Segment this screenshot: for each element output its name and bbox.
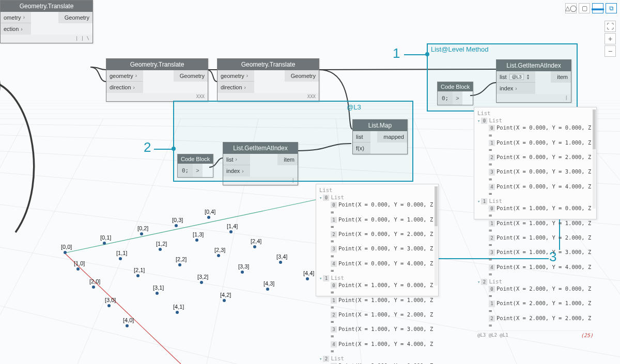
port-geometry[interactable]: geometry› <box>218 70 254 82</box>
node-title: Code Block <box>178 154 213 164</box>
geometry-view-button[interactable]: △◯ <box>565 3 577 13</box>
port-out[interactable]: > <box>453 91 462 105</box>
port-out-item[interactable]: item <box>551 71 571 83</box>
grid-point-dot[interactable] <box>306 277 309 280</box>
grid-point-dot[interactable] <box>119 257 122 260</box>
tri-icon[interactable]: ▾ <box>319 195 322 200</box>
preview-levels: @L3 @L2 @L1 <box>477 332 508 339</box>
grid-point-dot[interactable] <box>156 292 159 295</box>
level-badge[interactable]: @L3 <box>509 74 523 80</box>
port-fx[interactable]: f(x) <box>353 143 370 154</box>
chevron-icon: › <box>242 168 243 174</box>
port-out-geometry[interactable]: Geometry <box>285 70 319 82</box>
grid-point-dot[interactable] <box>253 245 256 248</box>
port-out-mapped[interactable]: mapped <box>377 131 407 143</box>
grid-point-dot[interactable] <box>223 299 226 302</box>
grid-point-dot[interactable] <box>178 263 181 266</box>
grid-point-dot[interactable] <box>279 261 282 264</box>
tri-icon[interactable]: ▾ <box>319 276 322 281</box>
grid-point-dot[interactable] <box>217 254 220 257</box>
port-out-item[interactable]: item <box>277 154 298 165</box>
port-list[interactable]: list <box>353 131 370 143</box>
grid-point-dot[interactable] <box>92 286 95 289</box>
grid-point-label: [4,4] <box>303 270 314 276</box>
chevron-icon: › <box>133 85 135 90</box>
grid-point-dot[interactable] <box>176 311 179 314</box>
grid-point-dot[interactable] <box>207 216 210 219</box>
stepper-icon[interactable]: ▴▾ <box>527 74 529 80</box>
port-direction[interactable]: direction› <box>106 82 143 93</box>
port-direction[interactable]: ection› <box>1 23 31 35</box>
grid-point-dot[interactable] <box>241 271 244 274</box>
scrollbar[interactable] <box>593 109 596 209</box>
grid-point-label: [2,2] <box>176 256 187 262</box>
grid-point-dot[interactable] <box>64 251 67 254</box>
grid-point-label: [0,0] <box>61 244 72 250</box>
grid-point-label: [0,3] <box>172 217 183 223</box>
grid-point-label: [2,3] <box>214 247 225 253</box>
grid-point-dot[interactable] <box>159 248 162 251</box>
grid-point-dot[interactable] <box>266 288 269 291</box>
node-title: List.GetItemAtIndex <box>223 143 298 154</box>
grid-point-label: [1,0] <box>74 260 85 266</box>
preview-row: 2Point(X = 0.000, Y = 2.000, Z = <box>319 230 435 245</box>
preview-root: List <box>319 186 435 194</box>
port-index[interactable]: index› <box>223 165 250 177</box>
grid-point-dot[interactable] <box>136 274 140 277</box>
tri-icon[interactable]: ▾ <box>319 356 322 361</box>
link-view-button[interactable]: ⧉ <box>606 3 617 13</box>
node-list-getitematindex-2[interactable]: List.GetItemAtIndex list› index› item | <box>223 142 298 185</box>
chevron-icon: › <box>244 85 246 90</box>
grid-point-dot[interactable] <box>126 324 129 327</box>
scrollbar[interactable] <box>435 186 438 286</box>
grid-point-dot[interactable] <box>76 267 80 271</box>
node-geometry-translate-3[interactable]: Geometry.Translate geometry› direction› … <box>217 58 319 102</box>
tri-icon[interactable]: ▾ <box>477 199 480 204</box>
port-list[interactable]: list@L3▴▾ <box>497 71 535 83</box>
fit-view-button[interactable]: ⛶ <box>605 21 616 32</box>
grid-point-dot[interactable] <box>103 242 106 245</box>
grid-point-dot[interactable] <box>107 304 111 307</box>
output-preview-1[interactable]: List ▾0List 0Point(X = 0.000, Y = 0.000,… <box>474 107 597 219</box>
grid-point-label: [1,2] <box>156 241 167 247</box>
chevron-icon: › <box>246 73 248 78</box>
port-list[interactable]: list› <box>223 154 250 165</box>
nav-controls: ⛶ + − <box>605 21 616 57</box>
port-direction[interactable]: direction› <box>218 82 254 93</box>
port-index[interactable]: index› <box>497 83 535 94</box>
zoom-out-button[interactable]: − <box>605 45 616 57</box>
node-view-button[interactable]: ▬▬ <box>592 3 603 13</box>
output-preview-2[interactable]: List ▾0List 0Point(X = 0.000, Y = 0.000,… <box>316 184 439 296</box>
tri-icon[interactable]: ▾ <box>477 279 480 284</box>
preview-row: 2Point(X = 1.000, Y = 2.000, Z = <box>477 234 593 248</box>
port-out-geometry[interactable]: Geometry <box>174 70 208 82</box>
zoom-in-button[interactable]: + <box>605 33 616 44</box>
grid-point-dot[interactable] <box>229 230 233 233</box>
grid-point-dot[interactable] <box>200 281 203 284</box>
node-list-getitematindex-1[interactable]: List.GetItemAtIndex list@L3▴▾ index› ite… <box>496 59 571 103</box>
code-text[interactable]: 0; <box>178 164 193 177</box>
node-code-block-1[interactable]: Code Block 0; > <box>437 82 473 105</box>
port-out-geometry[interactable]: Geometry <box>58 12 92 23</box>
svg-line-13 <box>0 119 26 364</box>
code-text[interactable]: 0; <box>438 91 453 105</box>
grid-point-dot[interactable] <box>175 224 178 227</box>
node-geometry-translate-1[interactable]: Geometry.Translate ometry› ection› Geome… <box>0 0 93 43</box>
node-geometry-translate-2[interactable]: Geometry.Translate geometry› direction› … <box>106 58 208 102</box>
grid-point-label: [3,2] <box>197 274 208 280</box>
box-view-button[interactable]: ▢ <box>579 3 590 13</box>
grid-point-dot[interactable] <box>140 232 143 235</box>
preview-row: 0Point(X = 0.000, Y = 0.000, Z = <box>319 201 435 215</box>
preview-row: 1Point(X = 1.000, Y = 1.000, Z = <box>477 219 593 234</box>
port-geometry[interactable]: geometry› <box>106 70 143 82</box>
preview-row: 0Point(X = 1.000, Y = 0.000, Z = <box>319 281 435 296</box>
grid-point-dot[interactable] <box>195 239 198 242</box>
tri-icon[interactable]: ▾ <box>477 118 480 123</box>
grid-point-label: [1,3] <box>193 231 204 238</box>
port-out[interactable]: > <box>193 164 202 177</box>
port-geometry[interactable]: ometry› <box>1 12 31 23</box>
grid-point-label: [3,1] <box>153 284 164 291</box>
node-list-map[interactable]: List.Map list f(x) mapped <box>352 119 408 154</box>
annotation-leader-2 <box>154 149 173 150</box>
node-code-block-2[interactable]: Code Block 0; > <box>177 154 213 178</box>
